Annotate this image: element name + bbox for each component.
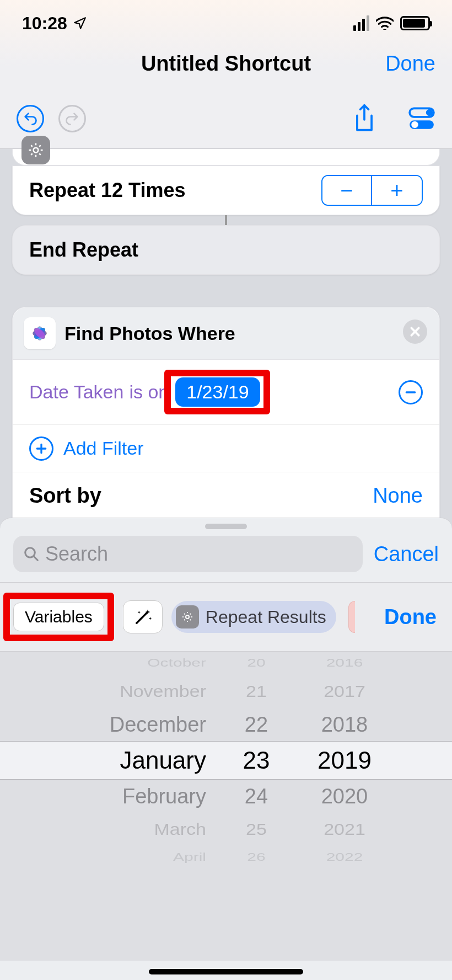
status-time: 10:28 (22, 13, 67, 34)
variables-button[interactable]: Variables (13, 603, 104, 631)
cellular-icon (353, 15, 369, 31)
search-input[interactable]: Search (13, 536, 363, 572)
variable-bar: Variables Repeat Results Done (0, 582, 452, 652)
done-button[interactable]: Done (385, 52, 435, 76)
page-title: Untitled Shortcut (141, 52, 311, 76)
picker-day[interactable]: 25 (232, 820, 281, 838)
stepper-plus-button[interactable]: + (372, 176, 422, 205)
connector-line (225, 215, 227, 225)
title-bar: Untitled Shortcut Done (0, 39, 452, 88)
picker-year[interactable]: 2016 (303, 657, 386, 669)
search-placeholder: Search (45, 542, 108, 566)
add-filter-label: Add Filter (63, 438, 144, 459)
battery-icon (400, 16, 430, 30)
picker-month[interactable]: March (66, 820, 209, 838)
editor-toolbar (0, 88, 452, 149)
end-repeat-label: End Repeat (29, 238, 138, 262)
magic-variable-button[interactable] (123, 600, 163, 633)
picker-day[interactable]: 23 (232, 747, 281, 774)
cancel-button[interactable]: Cancel (374, 542, 439, 566)
picker-year[interactable]: 2018 (303, 713, 386, 737)
picker-month[interactable]: December (66, 713, 209, 737)
home-indicator[interactable] (149, 969, 303, 974)
stepper-minus-button[interactable]: − (322, 176, 372, 205)
find-photos-header: Find Photos Where (13, 307, 439, 360)
picker-day[interactable]: 22 (232, 713, 281, 737)
status-bar: 10:28 (0, 0, 452, 39)
filter-condition-token[interactable]: is on (129, 381, 169, 403)
wifi-icon (376, 17, 394, 30)
filter-date-value[interactable]: 1/23/19 (175, 377, 260, 407)
redo-button[interactable] (58, 105, 86, 132)
plus-icon (29, 436, 53, 461)
add-filter-row[interactable]: Add Filter (13, 425, 439, 472)
picker-month[interactable]: February (66, 785, 209, 808)
picker-row[interactable]: November212017 (0, 678, 452, 706)
next-variable-peek[interactable] (348, 601, 355, 633)
picker-day[interactable]: 21 (232, 682, 281, 700)
repeat-label: Repeat 12 Times (29, 179, 185, 202)
picker-year[interactable]: 2019 (303, 747, 386, 774)
photos-app-icon (24, 317, 56, 349)
picker-day[interactable]: 26 (232, 851, 281, 864)
sort-by-label: Sort by (29, 484, 101, 508)
picker-row[interactable]: December222018 (0, 708, 452, 741)
highlight-variables-button: Variables (3, 593, 114, 641)
remove-filter-button[interactable] (399, 380, 423, 404)
search-icon (23, 546, 40, 562)
variable-done-button[interactable]: Done (384, 605, 437, 629)
end-repeat-card[interactable]: End Repeat (12, 225, 440, 275)
picker-year[interactable]: 2020 (303, 785, 386, 808)
picker-row[interactable]: April262022 (0, 850, 452, 865)
svg-point-1 (426, 109, 433, 116)
filter-field-token[interactable]: Date Taken (29, 381, 123, 403)
share-button[interactable] (352, 103, 377, 134)
delete-action-button[interactable] (403, 319, 427, 344)
picker-month[interactable]: November (66, 682, 209, 700)
gear-icon (21, 136, 50, 164)
svg-point-3 (411, 121, 418, 128)
sheet-grip[interactable] (205, 524, 247, 529)
svg-point-16 (186, 615, 189, 619)
find-photos-title: Find Photos Where (64, 323, 235, 344)
action-library-sheet[interactable]: Search Cancel Variables Repeat Results D… (0, 518, 452, 980)
picker-year[interactable]: 2022 (303, 851, 386, 864)
picker-day[interactable]: 20 (232, 657, 281, 669)
picker-row[interactable]: October202016 (0, 656, 452, 670)
picker-row[interactable]: January232019 (0, 741, 452, 780)
previous-action-peek (12, 149, 440, 166)
picker-year[interactable]: 2021 (303, 820, 386, 838)
sort-by-row[interactable]: Sort by None (13, 472, 439, 520)
undo-button[interactable] (17, 105, 44, 132)
picker-row[interactable]: March252021 (0, 816, 452, 844)
svg-point-4 (34, 148, 39, 153)
location-icon (73, 16, 87, 30)
picker-day[interactable]: 24 (232, 785, 281, 808)
picker-month[interactable]: April (66, 851, 209, 864)
repeat-action-card[interactable]: Repeat 12 Times − + (12, 166, 440, 215)
gear-icon (176, 605, 199, 629)
picker-month[interactable]: October (66, 657, 209, 669)
picker-row[interactable]: February242020 (0, 780, 452, 813)
repeat-results-variable[interactable]: Repeat Results (171, 601, 336, 633)
picker-month[interactable]: January (66, 747, 209, 774)
sort-by-value[interactable]: None (373, 484, 423, 508)
repeat-stepper[interactable]: − + (321, 175, 423, 206)
filter-row[interactable]: Date Taken is on 1/23/19 (13, 360, 439, 425)
settings-toggle-button[interactable] (408, 105, 435, 132)
svg-line-15 (34, 556, 38, 561)
picker-year[interactable]: 2017 (303, 682, 386, 700)
highlight-date-value: 1/23/19 (164, 370, 270, 414)
date-picker[interactable]: October202016November212017December22201… (0, 652, 452, 961)
repeat-results-label: Repeat Results (206, 607, 326, 627)
